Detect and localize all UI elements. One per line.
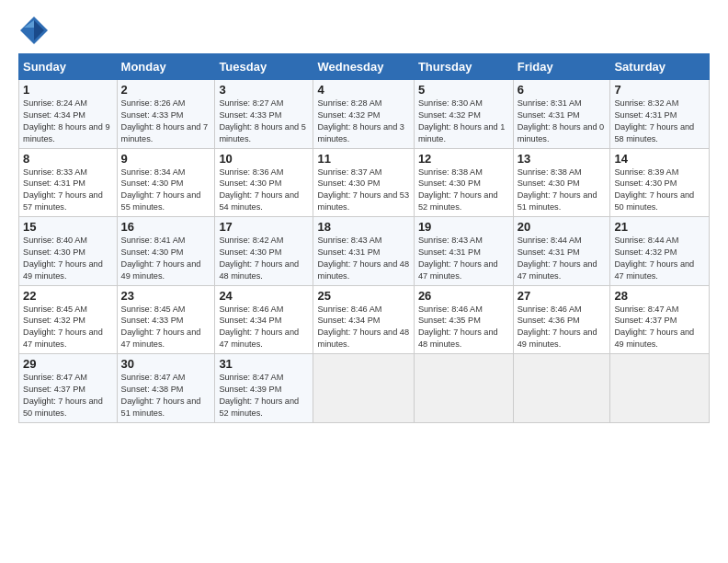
calendar-cell: 16 Sunrise: 8:41 AM Sunset: 4:30 PM Dayl… <box>117 217 215 286</box>
day-number: 4 <box>317 83 409 97</box>
day-info: Sunrise: 8:47 AM Sunset: 4:38 PM Dayligh… <box>121 372 211 419</box>
day-number: 22 <box>23 289 113 303</box>
calendar-cell: 29 Sunrise: 8:47 AM Sunset: 4:37 PM Dayl… <box>19 354 118 423</box>
logo <box>18 15 53 46</box>
day-info: Sunrise: 8:37 AM Sunset: 4:30 PM Dayligh… <box>317 167 409 214</box>
day-number: 17 <box>219 220 309 234</box>
day-number: 21 <box>614 220 705 234</box>
calendar-cell: 19 Sunrise: 8:43 AM Sunset: 4:31 PM Dayl… <box>414 217 513 286</box>
calendar-cell: 1 Sunrise: 8:24 AM Sunset: 4:34 PM Dayli… <box>19 80 118 149</box>
calendar-cell: 6 Sunrise: 8:31 AM Sunset: 4:31 PM Dayli… <box>513 80 610 149</box>
day-info: Sunrise: 8:43 AM Sunset: 4:31 PM Dayligh… <box>418 235 509 282</box>
day-number: 24 <box>219 289 309 303</box>
day-info: Sunrise: 8:38 AM Sunset: 4:30 PM Dayligh… <box>518 167 607 214</box>
day-info: Sunrise: 8:43 AM Sunset: 4:31 PM Dayligh… <box>317 235 409 282</box>
day-info: Sunrise: 8:47 AM Sunset: 4:37 PM Dayligh… <box>614 304 705 351</box>
calendar-cell: 15 Sunrise: 8:40 AM Sunset: 4:30 PM Dayl… <box>19 217 118 286</box>
weekday-header-wednesday: Wednesday <box>313 54 414 80</box>
calendar-cell: 17 Sunrise: 8:42 AM Sunset: 4:30 PM Dayl… <box>215 217 313 286</box>
day-number: 12 <box>418 152 509 166</box>
calendar-cell: 28 Sunrise: 8:47 AM Sunset: 4:37 PM Dayl… <box>610 285 710 354</box>
day-info: Sunrise: 8:28 AM Sunset: 4:32 PM Dayligh… <box>317 98 409 145</box>
weekday-header-thursday: Thursday <box>414 54 513 80</box>
calendar-table: SundayMondayTuesdayWednesdayThursdayFrid… <box>18 53 710 423</box>
day-info: Sunrise: 8:34 AM Sunset: 4:30 PM Dayligh… <box>121 167 211 214</box>
day-info: Sunrise: 8:44 AM Sunset: 4:32 PM Dayligh… <box>614 235 705 282</box>
day-number: 15 <box>23 220 113 234</box>
calendar-cell: 20 Sunrise: 8:44 AM Sunset: 4:31 PM Dayl… <box>513 217 610 286</box>
calendar-cell: 2 Sunrise: 8:26 AM Sunset: 4:33 PM Dayli… <box>117 80 215 149</box>
week-row-1: 1 Sunrise: 8:24 AM Sunset: 4:34 PM Dayli… <box>19 80 710 149</box>
calendar-cell: 13 Sunrise: 8:38 AM Sunset: 4:30 PM Dayl… <box>513 148 610 217</box>
day-number: 8 <box>23 152 113 166</box>
calendar-cell: 30 Sunrise: 8:47 AM Sunset: 4:38 PM Dayl… <box>117 354 215 423</box>
day-number: 29 <box>23 357 113 371</box>
week-row-4: 22 Sunrise: 8:45 AM Sunset: 4:32 PM Dayl… <box>19 285 710 354</box>
calendar-cell: 9 Sunrise: 8:34 AM Sunset: 4:30 PM Dayli… <box>117 148 215 217</box>
calendar-cell: 5 Sunrise: 8:30 AM Sunset: 4:32 PM Dayli… <box>414 80 513 149</box>
calendar-cell: 26 Sunrise: 8:46 AM Sunset: 4:35 PM Dayl… <box>414 285 513 354</box>
calendar-cell: 10 Sunrise: 8:36 AM Sunset: 4:30 PM Dayl… <box>215 148 313 217</box>
day-info: Sunrise: 8:45 AM Sunset: 4:32 PM Dayligh… <box>23 304 113 351</box>
calendar-cell: 8 Sunrise: 8:33 AM Sunset: 4:31 PM Dayli… <box>19 148 118 217</box>
calendar-cell: 27 Sunrise: 8:46 AM Sunset: 4:36 PM Dayl… <box>513 285 610 354</box>
day-info: Sunrise: 8:45 AM Sunset: 4:33 PM Dayligh… <box>121 304 211 351</box>
day-number: 20 <box>518 220 607 234</box>
day-info: Sunrise: 8:44 AM Sunset: 4:31 PM Dayligh… <box>518 235 607 282</box>
day-info: Sunrise: 8:24 AM Sunset: 4:34 PM Dayligh… <box>23 98 113 145</box>
calendar-cell: 22 Sunrise: 8:45 AM Sunset: 4:32 PM Dayl… <box>19 285 118 354</box>
day-number: 11 <box>317 152 409 166</box>
weekday-header-row: SundayMondayTuesdayWednesdayThursdayFrid… <box>19 54 710 80</box>
day-number: 9 <box>121 152 211 166</box>
day-info: Sunrise: 8:40 AM Sunset: 4:30 PM Dayligh… <box>23 235 113 282</box>
calendar-cell <box>513 354 610 423</box>
calendar-cell: 3 Sunrise: 8:27 AM Sunset: 4:33 PM Dayli… <box>215 80 313 149</box>
day-info: Sunrise: 8:41 AM Sunset: 4:30 PM Dayligh… <box>121 235 211 282</box>
calendar-cell: 24 Sunrise: 8:46 AM Sunset: 4:34 PM Dayl… <box>215 285 313 354</box>
weekday-header-friday: Friday <box>513 54 610 80</box>
day-number: 1 <box>23 83 113 97</box>
calendar-cell <box>414 354 513 423</box>
day-info: Sunrise: 8:27 AM Sunset: 4:33 PM Dayligh… <box>219 98 309 145</box>
day-info: Sunrise: 8:46 AM Sunset: 4:35 PM Dayligh… <box>418 304 509 351</box>
weekday-header-saturday: Saturday <box>610 54 710 80</box>
week-row-3: 15 Sunrise: 8:40 AM Sunset: 4:30 PM Dayl… <box>19 217 710 286</box>
day-number: 6 <box>518 83 607 97</box>
day-number: 2 <box>121 83 211 97</box>
day-info: Sunrise: 8:32 AM Sunset: 4:31 PM Dayligh… <box>614 98 705 145</box>
day-number: 5 <box>418 83 509 97</box>
day-info: Sunrise: 8:42 AM Sunset: 4:30 PM Dayligh… <box>219 235 309 282</box>
day-number: 10 <box>219 152 309 166</box>
calendar-cell: 21 Sunrise: 8:44 AM Sunset: 4:32 PM Dayl… <box>610 217 710 286</box>
day-number: 18 <box>317 220 409 234</box>
day-number: 16 <box>121 220 211 234</box>
calendar-cell <box>610 354 710 423</box>
page: SundayMondayTuesdayWednesdayThursdayFrid… <box>0 0 728 563</box>
day-number: 25 <box>317 289 409 303</box>
day-info: Sunrise: 8:31 AM Sunset: 4:31 PM Dayligh… <box>518 98 607 145</box>
calendar-cell: 11 Sunrise: 8:37 AM Sunset: 4:30 PM Dayl… <box>313 148 414 217</box>
weekday-header-sunday: Sunday <box>19 54 118 80</box>
day-info: Sunrise: 8:46 AM Sunset: 4:34 PM Dayligh… <box>219 304 309 351</box>
weekday-header-monday: Monday <box>117 54 215 80</box>
weekday-header-tuesday: Tuesday <box>215 54 313 80</box>
calendar-cell: 7 Sunrise: 8:32 AM Sunset: 4:31 PM Dayli… <box>610 80 710 149</box>
day-number: 26 <box>418 289 509 303</box>
week-row-2: 8 Sunrise: 8:33 AM Sunset: 4:31 PM Dayli… <box>19 148 710 217</box>
day-info: Sunrise: 8:38 AM Sunset: 4:30 PM Dayligh… <box>418 167 509 214</box>
day-info: Sunrise: 8:30 AM Sunset: 4:32 PM Dayligh… <box>418 98 509 145</box>
day-number: 13 <box>518 152 607 166</box>
day-info: Sunrise: 8:26 AM Sunset: 4:33 PM Dayligh… <box>121 98 211 145</box>
calendar-cell: 23 Sunrise: 8:45 AM Sunset: 4:33 PM Dayl… <box>117 285 215 354</box>
day-number: 3 <box>219 83 309 97</box>
calendar-cell: 18 Sunrise: 8:43 AM Sunset: 4:31 PM Dayl… <box>313 217 414 286</box>
day-number: 7 <box>614 83 705 97</box>
calendar-cell: 4 Sunrise: 8:28 AM Sunset: 4:32 PM Dayli… <box>313 80 414 149</box>
day-number: 28 <box>614 289 705 303</box>
day-info: Sunrise: 8:33 AM Sunset: 4:31 PM Dayligh… <box>23 167 113 214</box>
day-number: 31 <box>219 357 309 371</box>
day-info: Sunrise: 8:36 AM Sunset: 4:30 PM Dayligh… <box>219 167 309 214</box>
logo-icon <box>18 15 50 46</box>
calendar-cell: 12 Sunrise: 8:38 AM Sunset: 4:30 PM Dayl… <box>414 148 513 217</box>
day-info: Sunrise: 8:47 AM Sunset: 4:39 PM Dayligh… <box>219 372 309 419</box>
